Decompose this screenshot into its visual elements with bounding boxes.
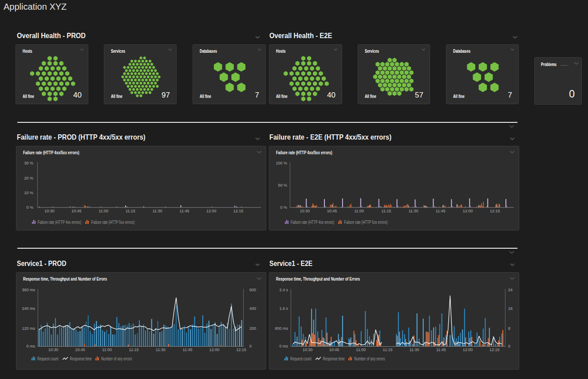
svg-text:12:15: 12:15	[489, 348, 500, 352]
svg-text:240 ms: 240 ms	[22, 306, 35, 311]
svg-text:400: 400	[249, 306, 256, 311]
svg-text:Response time: Response time	[323, 356, 345, 361]
svg-text:12:00: 12:00	[209, 348, 220, 352]
svg-text:12:15: 12:15	[490, 209, 500, 213]
svg-text:Request count: Request count	[290, 356, 312, 361]
svg-text:12:15: 12:15	[233, 209, 244, 213]
svg-text:10:30: 10:30	[303, 348, 313, 352]
svg-text:10:45: 10:45	[327, 209, 337, 213]
svg-text:360 ms: 360 ms	[22, 288, 35, 292]
svg-text:11:00: 11:00	[356, 348, 366, 352]
svg-text:200: 200	[249, 326, 256, 331]
svg-text:0 ms: 0 ms	[279, 344, 288, 348]
svg-text:11:15: 11:15	[129, 348, 139, 352]
svg-text:20 %: 20 %	[24, 176, 33, 180]
svg-text:0 ms: 0 ms	[26, 344, 35, 348]
svg-text:11:15: 11:15	[126, 209, 135, 213]
svg-text:11:30: 11:30	[153, 209, 162, 213]
svg-text:12:00: 12:00	[206, 209, 217, 213]
svg-text:8: 8	[508, 326, 510, 331]
svg-text:Number of any errors: Number of any errors	[101, 356, 132, 361]
svg-text:50 %: 50 %	[278, 183, 287, 188]
svg-text:Number of any errors: Number of any errors	[354, 356, 385, 361]
svg-text:10:30: 10:30	[44, 209, 55, 213]
svg-text:11:30: 11:30	[410, 348, 419, 352]
svg-text:0: 0	[249, 344, 252, 348]
svg-text:Response time: Response time	[70, 356, 92, 361]
svg-text:Failure rate (HTTP 4xx errors): Failure rate (HTTP 4xx errors)	[291, 219, 334, 225]
svg-text:10:45: 10:45	[71, 209, 82, 213]
svg-text:12:00: 12:00	[463, 209, 473, 213]
svg-text:0: 0	[508, 344, 510, 348]
svg-text:11:00: 11:00	[102, 348, 112, 352]
svg-text:11:45: 11:45	[180, 209, 189, 213]
svg-text:11:45: 11:45	[436, 348, 446, 352]
svg-text:2.4 s: 2.4 s	[279, 288, 288, 292]
svg-text:10 %: 10 %	[24, 191, 33, 195]
svg-text:11:00: 11:00	[354, 209, 364, 213]
svg-text:30 %: 30 %	[24, 161, 33, 165]
svg-text:24: 24	[508, 288, 513, 292]
svg-text:11:30: 11:30	[156, 348, 166, 352]
svg-text:800 ms: 800 ms	[275, 326, 288, 331]
svg-text:10:30: 10:30	[300, 209, 310, 213]
svg-text:Request count: Request count	[37, 356, 59, 361]
svg-text:Failure rate (HTTP 4xx errors): Failure rate (HTTP 4xx errors)	[38, 219, 81, 225]
svg-text:Failure rate (HTTP 5xx errors): Failure rate (HTTP 5xx errors)	[344, 219, 388, 225]
svg-text:0 %: 0 %	[26, 205, 33, 210]
svg-text:16: 16	[508, 306, 513, 311]
svg-text:10:45: 10:45	[329, 348, 339, 352]
svg-text:Failure rate (HTTP 5xx errors): Failure rate (HTTP 5xx errors)	[91, 219, 135, 225]
svg-text:100 %: 100 %	[276, 161, 287, 165]
svg-text:11:15: 11:15	[381, 209, 391, 213]
svg-text:120 ms: 120 ms	[22, 326, 35, 331]
svg-text:1.6 s: 1.6 s	[279, 306, 288, 311]
svg-text:11:30: 11:30	[409, 209, 418, 213]
svg-text:0 %: 0 %	[280, 205, 287, 210]
svg-text:600: 600	[249, 288, 256, 292]
svg-text:11:45: 11:45	[436, 209, 446, 213]
svg-text:12:00: 12:00	[463, 348, 473, 352]
svg-text:11:45: 11:45	[183, 348, 193, 352]
svg-text:12:15: 12:15	[236, 348, 246, 352]
svg-text:11:15: 11:15	[383, 348, 393, 352]
svg-text:10:45: 10:45	[75, 348, 85, 352]
svg-text:11:00: 11:00	[99, 209, 108, 213]
svg-text:10:30: 10:30	[48, 348, 59, 352]
